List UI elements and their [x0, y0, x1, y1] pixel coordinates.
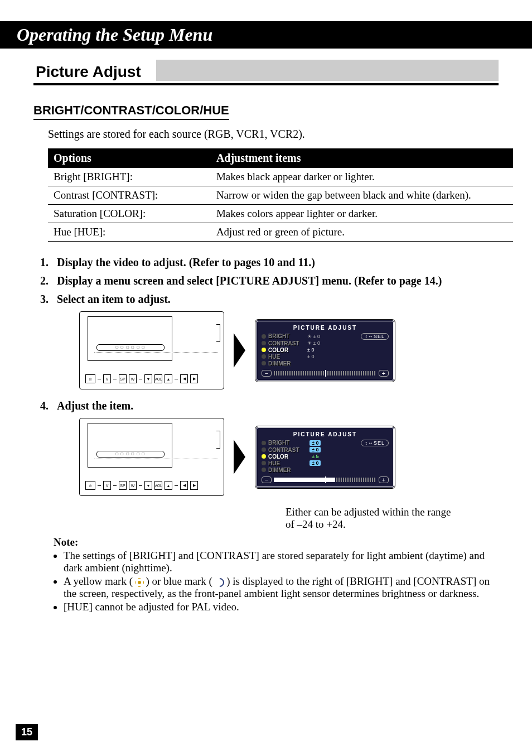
panel-button: ▶ [190, 481, 198, 490]
osd-item-value: ☀ ± 0 [307, 340, 320, 346]
item-cell: Adjust red or green of picture. [211, 223, 513, 242]
osd-item-value: ± 0 [307, 347, 314, 353]
osd-slider-bar: − + [262, 476, 389, 483]
panel-dotted-line-icon [94, 459, 218, 474]
panel-button: ◀ [180, 374, 188, 383]
step-text: Display a menu screen and select [PICTUR… [57, 275, 442, 287]
note-item: The settings of [BRIGHT] and [CONTRAST] … [64, 550, 499, 574]
options-table: Options Adjustment items Bright [BRIGHT]… [48, 148, 513, 242]
panel-button: ⎚ [85, 374, 95, 383]
osd-item-label: COLOR [268, 347, 305, 353]
panel-button-row: ⎚ V SP W ▼ VOL ▲ ◀ ▶ [85, 374, 218, 383]
step-item: Display the video to adjust. (Refer to p… [40, 256, 499, 269]
osd-screen-select: PICTURE ADJUST BRIGHT☀ ± 0 ↕↔SEL CONTRAS… [255, 320, 395, 382]
osd-item-value: ± 0 [309, 440, 321, 446]
table-row: Hue [HUE]: Adjust red or green of pictur… [48, 223, 513, 242]
subsection-title: BRIGHT/CONTRAST/COLOR/HUE [33, 103, 229, 117]
notes-heading: Note: [54, 536, 499, 548]
panel-button: VOL [154, 374, 162, 383]
chapter-title: Operating the Setup Menu [17, 25, 212, 45]
intro-text: Settings are stored for each source (RGB… [48, 128, 499, 141]
step-text: Display the video to adjust. (Refer to p… [57, 256, 315, 268]
triangle-arrow-icon [234, 334, 245, 367]
panel-bezel-icon: ▢ ▢ ▢ ▢ ▢ ▢ [96, 344, 165, 351]
option-cell: Bright [BRIGHT]: [48, 168, 211, 186]
osd-slider-bar: − + [262, 370, 389, 377]
osd-plus-icon: + [379, 476, 389, 483]
osd-title: PICTURE ADJUST [262, 325, 389, 331]
panel-slot-icon [216, 324, 220, 342]
osd-minus-icon: − [262, 370, 272, 377]
step-text: Select an item to adjust. [57, 293, 171, 305]
table-row: Contrast [CONTRAST]: Narrow or widen the… [48, 186, 513, 205]
section-heading: Picture Adjust [33, 60, 499, 85]
osd-item-value: ± 0 [309, 460, 321, 466]
panel-button: ▲ [165, 374, 172, 383]
panel-button: ▼ [144, 481, 152, 490]
step-text: Adjust the item. [57, 399, 133, 412]
osd-title: PICTURE ADJUST [262, 431, 389, 437]
triangle-arrow-icon [234, 440, 245, 474]
osd-sel-badge: ↕↔SEL [361, 440, 389, 446]
osd-item-label: BRIGHT [268, 440, 305, 446]
panel-button: W [129, 374, 137, 383]
page-number: 15 [16, 724, 38, 740]
osd-minus-icon: − [262, 476, 272, 483]
item-cell: Narrow or widen the gap between black an… [211, 186, 513, 205]
osd-item-value: ± 0 [309, 447, 321, 452]
steps-list: Display the video to adjust. (Refer to p… [40, 256, 499, 531]
item-cell: Makes black appear darker or lighter. [211, 168, 513, 186]
panel-bezel-icon: ▢ ▢ ▢ ▢ ▢ ▢ [96, 451, 165, 458]
chapter-title-bar: Operating the Setup Menu [0, 21, 532, 49]
panel-slot-icon [216, 431, 220, 449]
osd-plus-icon: + [379, 370, 389, 377]
osd-item-label: CONTRAST [268, 340, 305, 346]
panel-button: V [103, 481, 111, 490]
osd-item-label: COLOR [268, 454, 305, 460]
panel-button: W [129, 481, 137, 490]
table-row: Bright [BRIGHT]: Makes black appear dark… [48, 168, 513, 186]
table-header-options: Options [48, 148, 211, 168]
panel-button: SP [119, 374, 127, 383]
panel-button: ▲ [165, 481, 172, 490]
panel-button: ▼ [144, 374, 152, 383]
panel-button: ◀ [180, 481, 188, 490]
panel-button: ▶ [190, 374, 198, 383]
osd-item-value: ± 0 [307, 354, 314, 359]
step-item: Select an item to adjust. ▢ ▢ ▢ ▢ ▢ ▢ ⎚ … [40, 293, 499, 389]
note-item: A yellow mark ( ) or blue mark ( ) is di… [64, 575, 499, 600]
osd-item-label: BRIGHT [268, 333, 305, 339]
table-row: Saturation [COLOR]: Makes colors appear … [48, 205, 513, 223]
subsection-heading: BRIGHT/CONTRAST/COLOR/HUE [33, 103, 229, 120]
osd-item-label: HUE [268, 460, 305, 466]
osd-item-label: DIMMER [268, 360, 305, 367]
panel-button: SP [119, 481, 127, 490]
notes-list: The settings of [BRIGHT] and [CONTRAST] … [64, 550, 499, 613]
note-item: [HUE] cannot be adjusted for PAL video. [64, 601, 499, 613]
panel-button: V [103, 374, 111, 383]
osd-item-label: HUE [268, 354, 305, 360]
step-item: Display a menu screen and select [PICTUR… [40, 275, 499, 287]
device-panel-illustration: ▢ ▢ ▢ ▢ ▢ ▢ ⎚ V SP W ▼ VOL ▲ ◀ ▶ [79, 311, 224, 389]
osd-item-value: ☀ ± 0 [307, 334, 320, 339]
osd-sel-badge: ↕↔SEL [361, 333, 389, 340]
option-cell: Saturation [COLOR]: [48, 205, 211, 223]
option-cell: Contrast [CONTRAST]: [48, 186, 211, 205]
osd-item-label: DIMMER [268, 467, 305, 473]
moon-icon [213, 576, 226, 589]
table-header-items: Adjustment items [211, 148, 513, 168]
section-title: Picture Adjust [36, 63, 141, 80]
panel-button-row: ⎚ V SP W ▼ VOL ▲ ◀ ▶ [85, 481, 218, 490]
step-item: Adjust the item. ▢ ▢ ▢ ▢ ▢ ▢ ⎚ V SP W ▼ … [40, 399, 499, 531]
osd-item-label: CONTRAST [268, 447, 305, 453]
osd-item-value: ± 5 [309, 454, 321, 459]
panel-button: ⎚ [85, 481, 95, 490]
option-cell: Hue [HUE]: [48, 223, 211, 242]
device-panel-illustration: ▢ ▢ ▢ ▢ ▢ ▢ ⎚ V SP W ▼ VOL ▲ ◀ ▶ [79, 418, 224, 496]
range-caption: Either can be adjusted within the range … [286, 506, 499, 531]
panel-dotted-line-icon [94, 352, 218, 367]
item-cell: Makes colors appear lighter or darker. [211, 205, 513, 223]
osd-screen-adjust: PICTURE ADJUST BRIGHT± 0 ↕↔SEL CONTRAST±… [255, 426, 395, 488]
panel-button: VOL [154, 481, 162, 490]
sun-icon [136, 579, 143, 586]
